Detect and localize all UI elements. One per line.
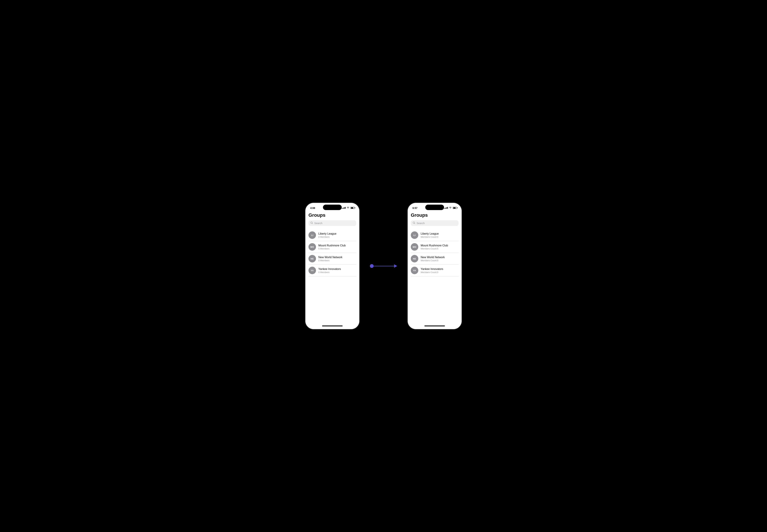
wifi-icon bbox=[347, 207, 349, 209]
svg-line-1 bbox=[312, 223, 313, 224]
right-search-placeholder: Search bbox=[417, 222, 425, 225]
right-search-bar[interactable]: Search bbox=[411, 220, 459, 226]
right-app-content: Groups Search LI Liber bbox=[408, 212, 462, 276]
left-dynamic-island bbox=[323, 205, 342, 210]
group-members: Members Count:0 bbox=[421, 259, 459, 262]
list-item[interactable]: MO Mount Rushmore Club Members Count:5 bbox=[411, 241, 459, 253]
group-name: New World Network bbox=[421, 256, 459, 259]
svg-line-3 bbox=[415, 223, 415, 224]
left-home-indicator bbox=[305, 324, 359, 329]
group-info: Liberty League 0 Members bbox=[318, 232, 356, 238]
right-page-title: Groups bbox=[411, 212, 459, 218]
group-members: 0 Members bbox=[318, 271, 356, 274]
group-members: 5 Members bbox=[318, 247, 356, 250]
group-name: Liberty League bbox=[318, 232, 356, 235]
group-info: Liberty League Members Count:0 bbox=[421, 232, 459, 238]
group-info: Yankee Innovators Members Count:0 bbox=[421, 268, 459, 274]
group-members: Members Count:5 bbox=[421, 247, 459, 250]
arrow-start-dot bbox=[370, 264, 374, 268]
group-members: 0 Members bbox=[318, 259, 356, 262]
battery-icon bbox=[350, 207, 355, 209]
left-time: 4:08 bbox=[310, 206, 315, 209]
group-members: Members Count:0 bbox=[421, 271, 459, 274]
group-name: Mount Rushmore Club bbox=[421, 244, 459, 247]
group-members: Members Count:0 bbox=[421, 236, 459, 238]
right-home-indicator bbox=[408, 324, 462, 329]
list-item[interactable]: MO Mount Rushmore Club 5 Members bbox=[308, 241, 356, 253]
avatar: LI bbox=[308, 231, 316, 239]
right-search-icon bbox=[413, 222, 415, 225]
right-phone: 6:57 bbox=[407, 203, 462, 329]
avatar: LI bbox=[411, 231, 418, 239]
avatar: NE bbox=[411, 255, 418, 262]
avatar: NE bbox=[308, 255, 316, 262]
left-status-bar: 4:08 bbox=[305, 203, 359, 212]
left-search-icon bbox=[311, 222, 313, 225]
right-dynamic-island bbox=[425, 205, 444, 210]
group-name: Liberty League bbox=[421, 232, 459, 235]
group-info: Yankee Innovators 0 Members bbox=[318, 268, 356, 274]
left-search-bar[interactable]: Search bbox=[308, 220, 356, 226]
left-page-title: Groups bbox=[308, 212, 356, 218]
left-group-list: LI Liberty League 0 Members MO Mount Rus… bbox=[308, 229, 356, 276]
arrow-head bbox=[394, 264, 397, 268]
group-info: Mount Rushmore Club 5 Members bbox=[318, 244, 356, 250]
list-item[interactable]: NE New World Network Members Count:0 bbox=[411, 253, 459, 265]
avatar: MO bbox=[308, 243, 316, 251]
signal-icon bbox=[444, 207, 448, 209]
battery-icon bbox=[453, 207, 457, 209]
right-group-list: LI Liberty League Members Count:0 MO Mou… bbox=[411, 229, 459, 276]
avatar: YA bbox=[308, 267, 316, 274]
wifi-icon bbox=[449, 207, 452, 209]
list-item[interactable]: YA Yankee Innovators 0 Members bbox=[308, 265, 356, 276]
group-info: Mount Rushmore Club Members Count:5 bbox=[421, 244, 459, 250]
group-name: New World Network bbox=[318, 256, 356, 259]
list-item[interactable]: YA Yankee Innovators Members Count:0 bbox=[411, 265, 459, 276]
arrow-connector bbox=[370, 264, 397, 268]
left-phone: 4:08 bbox=[305, 203, 360, 329]
list-item[interactable]: NE New World Network 0 Members bbox=[308, 253, 356, 265]
group-info: New World Network 0 Members bbox=[318, 256, 356, 262]
avatar: MO bbox=[411, 243, 418, 251]
left-app-content: Groups Search LI Liber bbox=[305, 212, 359, 276]
group-members: 0 Members bbox=[318, 236, 356, 238]
avatar: YA bbox=[411, 267, 418, 274]
group-info: New World Network Members Count:0 bbox=[421, 256, 459, 262]
arrow-line bbox=[374, 266, 394, 266]
right-time: 6:57 bbox=[412, 206, 417, 209]
group-name: Mount Rushmore Club bbox=[318, 244, 356, 247]
scene: 4:08 bbox=[305, 203, 462, 329]
group-name: Yankee Innovators bbox=[318, 268, 356, 271]
group-name: Yankee Innovators bbox=[421, 268, 459, 271]
list-item[interactable]: LI Liberty League 0 Members bbox=[308, 229, 356, 241]
left-search-placeholder: Search bbox=[314, 222, 322, 225]
right-status-icons bbox=[444, 207, 457, 209]
signal-icon bbox=[342, 207, 346, 209]
list-item[interactable]: LI Liberty League Members Count:0 bbox=[411, 229, 459, 241]
right-status-bar: 6:57 bbox=[408, 203, 462, 212]
left-status-icons bbox=[342, 207, 355, 209]
